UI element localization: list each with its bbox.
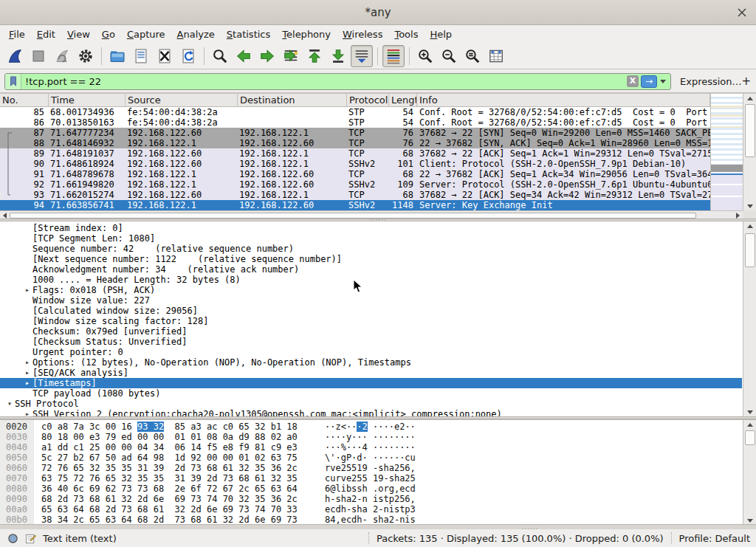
display-filter-input[interactable] xyxy=(21,74,627,89)
go-forward-button[interactable] xyxy=(256,45,278,67)
column-header-destination[interactable]: Destination xyxy=(238,94,347,106)
column-header-no[interactable]: No. xyxy=(0,94,49,106)
go-to-packet-button[interactable] xyxy=(280,45,302,67)
scrollbar-thumb[interactable] xyxy=(745,104,755,157)
auto-scroll-toggle[interactable] xyxy=(351,45,373,67)
expander-icon[interactable]: ▾ xyxy=(4,399,15,409)
detail-line[interactable]: [TCP Segment Len: 1080] xyxy=(0,233,742,244)
stop-capture-button[interactable] xyxy=(27,45,49,67)
detail-line[interactable]: ▸Options: (12 bytes), No-Operation (NOP)… xyxy=(0,357,742,368)
close-file-button[interactable] xyxy=(154,45,176,67)
scrollbar-thumb[interactable] xyxy=(745,430,755,445)
menu-telephony[interactable]: Telephony xyxy=(276,27,337,42)
detail-line[interactable]: [Next sequence number: 1122 (relative se… xyxy=(0,254,742,264)
bytes-scrollbar[interactable] xyxy=(743,420,756,524)
packet-row-85[interactable]: 8568.001734936fe:54:00:d4:38:2aSTP54Conf… xyxy=(0,107,710,117)
hex-row-0090[interactable]: 009068 2d 73 68 61 32 2d 6e 69 73 74 70 … xyxy=(0,494,742,504)
detail-line[interactable]: TCP payload (1080 bytes) xyxy=(0,388,742,399)
hex-ascii[interactable]: \'·gP·d· ······cu xyxy=(325,453,416,463)
profile-status[interactable]: Profile: Default xyxy=(679,533,750,544)
detail-line[interactable]: [Calculated window size: 29056] xyxy=(0,306,742,316)
hex-ascii[interactable]: ···%···4 ········ xyxy=(325,442,416,453)
menu-statistics[interactable]: Statistics xyxy=(221,27,276,42)
hex-row-00a0[interactable]: 00a065 63 64 68 2d 73 68 61 32 2d 6e 69 … xyxy=(0,504,742,515)
go-to-bottom-button[interactable] xyxy=(327,45,349,67)
hex-ascii[interactable]: ····y··· ········ xyxy=(325,432,416,442)
hex-bytes[interactable]: 80 18 00 e3 79 ed 00 00 01 01 08 0a d9 8… xyxy=(41,432,298,442)
packet-row-88[interactable]: 8871.648146932192.168.122.1192.168.122.6… xyxy=(0,138,710,148)
detail-line[interactable]: [Window size scaling factor: 128] xyxy=(0,316,742,326)
hex-bytes[interactable]: 68 2d 73 68 61 32 2d 6e 69 73 74 70 32 3… xyxy=(41,494,298,504)
capture-comment-button[interactable] xyxy=(25,533,36,544)
hex-bytes[interactable]: a1 dd c1 25 00 00 04 34 06 14 f5 e8 f9 8… xyxy=(41,442,298,453)
detail-line[interactable]: [Checksum Status: Unverified] xyxy=(0,337,742,347)
hscrollbar-thumb[interactable] xyxy=(10,213,696,219)
packet-minimap[interactable] xyxy=(710,94,743,210)
filter-bookmark-button[interactable] xyxy=(5,74,21,89)
hex-bytes[interactable]: 63 75 72 76 65 32 35 35 31 39 2d 73 68 6… xyxy=(41,473,298,484)
go-back-button[interactable] xyxy=(233,45,255,67)
scroll-down-arrow-icon[interactable] xyxy=(747,204,753,208)
detail-line[interactable]: Urgent pointer: 0 xyxy=(0,347,742,357)
detail-line[interactable]: ▸[SEQ/ACK analysis] xyxy=(0,368,742,378)
close-window-button[interactable] xyxy=(735,6,749,19)
packet-row-93[interactable]: 9371.662015274192.168.122.60192.168.122.… xyxy=(0,190,710,200)
packet-row-94[interactable]: 9471.663856741192.168.122.1192.168.122.6… xyxy=(0,200,710,210)
menu-tools[interactable]: Tools xyxy=(388,27,424,42)
statusbar-resize-handle[interactable]: ······ xyxy=(0,524,756,529)
hex-ascii[interactable]: ecdh-sha 2-nistp3 xyxy=(325,504,416,515)
open-file-button[interactable] xyxy=(106,45,128,67)
scroll-down-arrow-icon[interactable] xyxy=(747,410,753,414)
expert-info-button[interactable] xyxy=(7,533,18,544)
details-scrollbar[interactable] xyxy=(743,221,756,416)
scrollbar-thumb[interactable] xyxy=(745,233,755,267)
expander-icon[interactable]: ▸ xyxy=(22,409,32,416)
scroll-up-arrow-icon[interactable] xyxy=(747,97,753,100)
detail-line[interactable]: [Stream index: 0] xyxy=(0,223,742,233)
save-file-button[interactable] xyxy=(130,45,152,67)
packet-row-89[interactable]: 8971.648191037192.168.122.60192.168.122.… xyxy=(0,148,710,159)
hex-ascii[interactable]: 84,ecdh- sha2-nis xyxy=(325,515,416,524)
hex-bytes[interactable]: 36 40 6c 69 62 73 73 68 2e 6f 72 67 2c 6… xyxy=(41,484,298,494)
detail-line[interactable]: 1000 .... = Header Length: 32 bytes (8) xyxy=(0,275,742,285)
filter-clear-button[interactable]: X xyxy=(627,75,639,87)
hex-ascii[interactable]: rve25519 -sha256, xyxy=(325,463,416,473)
hex-row-0040[interactable]: 0040a1 dd c1 25 00 00 04 34 06 14 f5 e8 … xyxy=(0,442,742,453)
hex-row-0020[interactable]: 0020c0 a8 7a 3c 00 16 93 32 85 a3 ac c0 … xyxy=(0,422,742,432)
detail-line[interactable]: Sequence number: 42 (relative sequence n… xyxy=(0,244,742,254)
expander-icon[interactable]: ▸ xyxy=(22,285,32,295)
expression-button[interactable]: Expression… xyxy=(680,76,742,87)
packet-row-86[interactable]: 8670.013850163fe:54:00:d4:38:2aSTP54Conf… xyxy=(0,117,710,128)
zoom-out-button[interactable] xyxy=(438,45,460,67)
hex-row-0050[interactable]: 00505c 27 b2 67 50 ad 64 98 1d 92 00 00 … xyxy=(0,453,742,463)
filter-apply-button[interactable]: → xyxy=(641,75,657,88)
hex-bytes[interactable]: 65 63 64 68 2d 73 68 61 32 2d 6e 69 73 7… xyxy=(41,504,298,515)
hex-bytes[interactable]: c0 a8 7a 3c 00 16 93 32 85 a3 ac c0 65 3… xyxy=(41,422,298,432)
packet-row-91[interactable]: 9171.648789678192.168.122.1192.168.122.6… xyxy=(0,169,710,179)
hex-bytes[interactable]: 5c 27 b2 67 50 ad 64 98 1d 92 00 00 01 0… xyxy=(41,453,298,463)
menu-edit[interactable]: Edit xyxy=(31,27,61,42)
detail-line[interactable]: ▸Flags: 0x018 (PSH, ACK) xyxy=(0,285,742,295)
menu-capture[interactable]: Capture xyxy=(121,27,171,42)
hex-ascii[interactable]: 6@libssh .org,ecd xyxy=(325,484,416,494)
zoom-in-button[interactable] xyxy=(414,45,436,67)
detail-line[interactable]: ▸[Timestamps] xyxy=(0,378,742,388)
menu-view[interactable]: View xyxy=(61,27,96,42)
hex-row-0080[interactable]: 008036 40 6c 69 62 73 73 68 2e 6f 72 67 … xyxy=(0,484,742,494)
scroll-down-arrow-icon[interactable] xyxy=(747,519,753,523)
column-header-protocol[interactable]: Protocol xyxy=(347,94,389,106)
capture-options-button[interactable] xyxy=(75,45,97,67)
menu-go[interactable]: Go xyxy=(96,27,121,42)
add-filter-button[interactable]: + xyxy=(742,75,752,88)
hex-row-0060[interactable]: 006072 76 65 32 35 35 31 39 2d 73 68 61 … xyxy=(0,463,742,473)
start-capture-button[interactable] xyxy=(4,45,26,67)
expander-icon[interactable]: ▸ xyxy=(22,357,32,368)
scroll-up-arrow-icon[interactable] xyxy=(747,224,753,228)
column-header-length[interactable]: Length xyxy=(389,94,417,106)
menu-wireless[interactable]: Wireless xyxy=(337,27,388,42)
resize-columns-button[interactable] xyxy=(485,45,507,67)
scroll-left-arrow-icon[interactable] xyxy=(3,213,7,219)
find-packet-button[interactable] xyxy=(209,45,231,67)
reload-file-button[interactable] xyxy=(177,45,199,67)
expander-icon[interactable]: ▸ xyxy=(22,368,32,378)
